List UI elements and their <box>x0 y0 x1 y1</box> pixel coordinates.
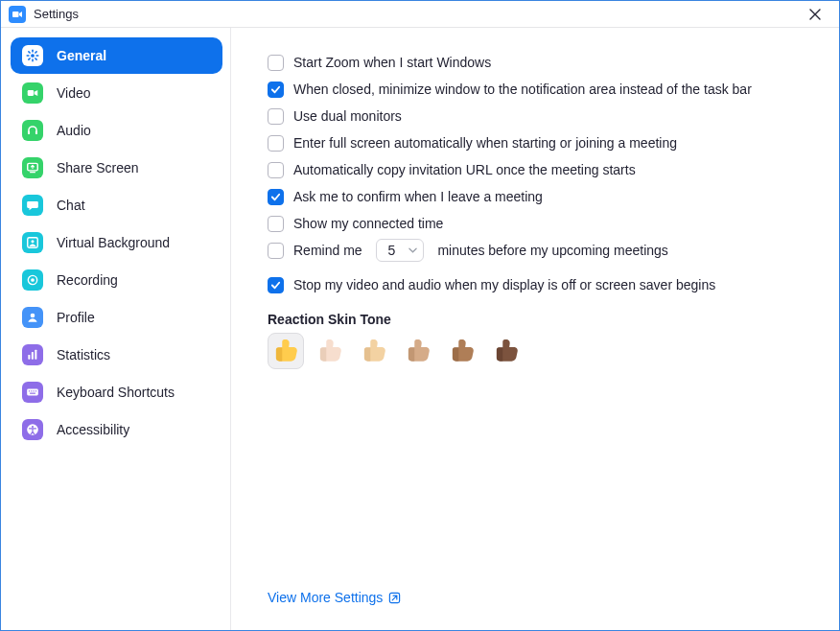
option-label: Start Zoom when I start Windows <box>293 55 491 70</box>
option-label: Show my connected time <box>293 216 443 231</box>
option-label: Use dual monitors <box>293 108 402 124</box>
option-label: Enter full screen automatically when sta… <box>293 135 677 151</box>
option-minimize-to-tray: When closed, minimize window to the noti… <box>268 76 816 103</box>
svg-rect-10 <box>28 90 34 96</box>
thumbs-up-icon <box>405 337 432 366</box>
app-icon <box>9 6 26 23</box>
sidebar-item-label: Profile <box>57 310 95 325</box>
thumbs-up-icon <box>316 337 343 366</box>
skin-tone-option-2[interactable] <box>356 333 392 369</box>
chat-icon <box>22 195 43 216</box>
virtual-bg-icon <box>22 232 43 253</box>
svg-point-30 <box>32 426 34 428</box>
sidebar-item-chat[interactable]: Chat <box>11 187 222 223</box>
sidebar-item-label: Share Screen <box>57 160 139 175</box>
svg-rect-11 <box>28 131 30 135</box>
svg-line-6 <box>29 52 30 53</box>
sidebar-item-label: General <box>57 48 106 63</box>
svg-line-8 <box>35 52 36 53</box>
titlebar: Settings <box>1 1 839 28</box>
sidebar-item-profile[interactable]: Profile <box>11 299 222 336</box>
sidebar-item-label: Virtual Background <box>57 235 170 250</box>
sidebar-item-label: Chat <box>57 198 85 213</box>
checkbox-copy-invite-url[interactable] <box>268 162 284 178</box>
option-label: When closed, minimize window to the noti… <box>293 82 752 97</box>
chevron-down-icon <box>408 247 417 253</box>
close-button[interactable] <box>799 1 831 28</box>
remind-post-label: minutes before my upcoming meetings <box>437 243 667 258</box>
sidebar: GeneralVideoAudioShare ScreenChatVirtual… <box>1 28 231 630</box>
skin-tone-option-1[interactable] <box>312 333 348 369</box>
sidebar-item-statistics[interactable]: Statistics <box>11 337 222 373</box>
sidebar-item-label: Recording <box>57 272 118 288</box>
option-fullscreen-on-join: Enter full screen automatically when sta… <box>268 129 816 156</box>
svg-rect-20 <box>28 355 30 360</box>
skin-tone-row <box>268 333 816 369</box>
svg-rect-27 <box>35 390 36 391</box>
sidebar-item-video[interactable]: Video <box>11 75 222 111</box>
svg-rect-21 <box>32 352 34 360</box>
settings-body: GeneralVideoAudioShare ScreenChatVirtual… <box>1 28 839 630</box>
checkbox-dual-monitors[interactable] <box>268 108 284 125</box>
stop-av-label: Stop my video and audio when my display … <box>293 277 715 292</box>
remind-minutes-value: 5 <box>388 243 396 258</box>
svg-rect-28 <box>30 393 35 394</box>
statistics-icon <box>22 344 43 365</box>
svg-rect-25 <box>31 390 32 391</box>
sidebar-item-label: Keyboard Shortcuts <box>57 385 175 400</box>
remind-minutes-dropdown[interactable]: 5 <box>376 239 425 262</box>
checkbox-remind-me[interactable] <box>268 243 284 259</box>
skin-tone-option-4[interactable] <box>444 333 480 369</box>
skin-tone-option-3[interactable] <box>400 333 436 369</box>
svg-rect-24 <box>29 390 30 391</box>
sidebar-item-keyboard-shortcuts[interactable]: Keyboard Shortcuts <box>11 374 222 410</box>
svg-rect-0 <box>12 12 19 17</box>
svg-rect-23 <box>27 389 38 396</box>
sidebar-item-audio[interactable]: Audio <box>11 112 222 149</box>
sidebar-item-recording[interactable]: Recording <box>11 262 222 298</box>
checkbox-stop-av[interactable] <box>268 277 284 293</box>
accessibility-icon <box>22 419 43 440</box>
svg-rect-22 <box>35 350 36 360</box>
sidebar-item-accessibility[interactable]: Accessibility <box>11 411 222 448</box>
options-list: Start Zoom when I start WindowsWhen clos… <box>268 49 816 237</box>
sidebar-item-label: Video <box>57 85 91 101</box>
headphones-icon <box>22 120 43 141</box>
svg-line-7 <box>35 58 36 59</box>
skin-tone-title: Reaction Skin Tone <box>268 312 816 327</box>
view-more-settings-link[interactable]: View More Settings <box>268 590 401 605</box>
profile-icon <box>22 307 43 328</box>
checkbox-minimize-to-tray[interactable] <box>268 82 284 98</box>
sidebar-item-label: Audio <box>57 123 91 138</box>
recording-icon <box>22 269 43 291</box>
share-screen-icon <box>22 157 43 178</box>
remind-pre-label: Remind me <box>293 243 362 258</box>
view-more-label: View More Settings <box>268 590 383 605</box>
sidebar-item-virtual-background[interactable]: Virtual Background <box>11 224 222 261</box>
skin-tone-option-5[interactable] <box>488 333 525 369</box>
svg-point-18 <box>31 278 35 282</box>
option-label: Automatically copy invitation URL once t… <box>293 162 636 177</box>
option-start-with-windows: Start Zoom when I start Windows <box>268 49 816 76</box>
option-label: Ask me to confirm when I leave a meeting <box>293 189 543 204</box>
settings-window: Settings GeneralVideoAudioShare ScreenCh… <box>0 0 840 631</box>
option-dual-monitors: Use dual monitors <box>268 103 816 129</box>
close-icon <box>809 9 821 20</box>
external-link-icon <box>388 592 401 604</box>
checkbox-confirm-leave[interactable] <box>268 189 284 205</box>
thumbs-up-icon <box>493 337 520 366</box>
thumbs-up-icon <box>449 337 476 366</box>
svg-point-19 <box>31 314 35 318</box>
svg-point-1 <box>31 54 35 58</box>
checkbox-fullscreen-on-join[interactable] <box>268 135 284 152</box>
sidebar-item-general[interactable]: General <box>11 37 222 74</box>
sidebar-item-share-screen[interactable]: Share Screen <box>11 150 222 186</box>
skin-tone-option-0[interactable] <box>268 333 304 369</box>
window-title: Settings <box>34 7 79 21</box>
checkbox-start-with-windows[interactable] <box>268 55 284 71</box>
sidebar-item-label: Statistics <box>57 347 110 362</box>
checkbox-show-connected-time[interactable] <box>268 216 284 232</box>
video-icon <box>22 82 43 104</box>
keyboard-icon <box>22 382 43 403</box>
svg-point-16 <box>31 240 34 243</box>
